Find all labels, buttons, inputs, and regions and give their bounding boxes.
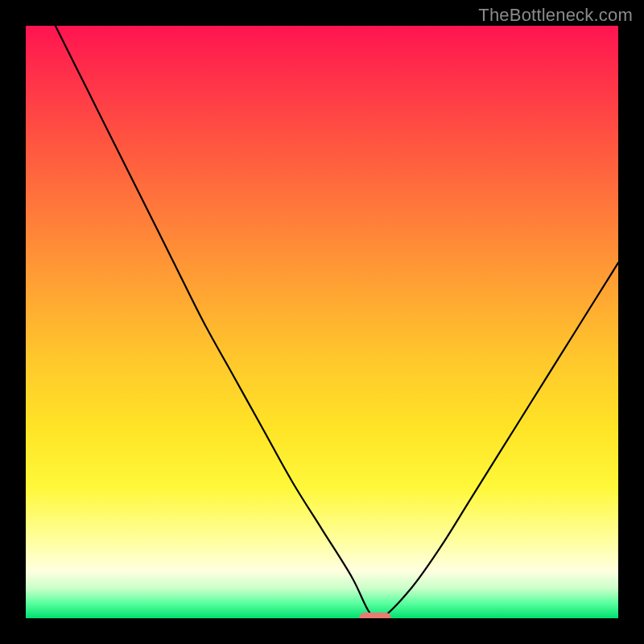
watermark-text: TheBottleneck.com (478, 5, 633, 26)
chart-frame: TheBottleneck.com (0, 0, 644, 644)
plot-area (26, 26, 618, 618)
bottleneck-curve (26, 26, 618, 618)
minimum-marker (359, 613, 391, 618)
